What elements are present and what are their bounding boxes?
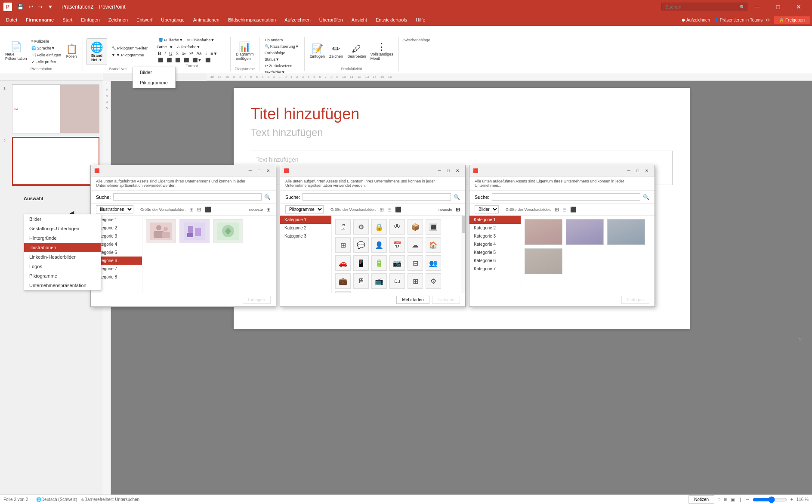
cat3-3[interactable]: Kategorie 3	[469, 232, 521, 240]
popup3-close-btn[interactable]: ✕	[642, 168, 651, 173]
pikt-2[interactable]: ⚙	[353, 219, 369, 235]
popup2-list-btn[interactable]: ⊟	[387, 207, 392, 213]
popup1-item-1[interactable]	[146, 219, 176, 243]
list-btn[interactable]: ≡▼	[210, 51, 219, 56]
popup3-type-select[interactable]: Bilder	[475, 205, 499, 213]
popup2-insert-btn[interactable]: Einfügen	[432, 296, 460, 304]
pikt-8[interactable]: 💬	[353, 237, 369, 253]
pikt-14[interactable]: 📱	[353, 255, 369, 271]
pikt-1[interactable]: 🖨	[335, 219, 351, 235]
diagramm-einfuegen-btn[interactable]: 📊 Diagrammeinfügen	[234, 41, 256, 62]
vollstaendiges-menue-btn[interactable]: ⋮ VollständigesMenü	[369, 41, 395, 62]
aufzeichnen-btn[interactable]: ⏺ Aufzeichnen	[681, 18, 710, 22]
popup1-search-input[interactable]	[113, 193, 262, 201]
cat2-2[interactable]: Kategorie 2	[280, 224, 331, 232]
menu-animationen[interactable]: Animationen	[189, 15, 224, 24]
slide-img-2[interactable]	[12, 137, 99, 186]
pikt-15[interactable]: 🔋	[371, 255, 387, 271]
bearbeiten-btn[interactable]: 🖊 Bearbeiten	[346, 43, 368, 59]
popup3-max-btn[interactable]: □	[634, 168, 642, 173]
save-btn[interactable]: 💾	[15, 3, 25, 11]
pikt-7[interactable]: ⊞	[335, 237, 351, 253]
zoom-level[interactable]: 116 %	[797, 497, 809, 502]
view-normal-btn[interactable]: □	[718, 497, 720, 502]
zoom-plus-btn[interactable]: +	[790, 497, 793, 502]
cat3-6[interactable]: Kategorie 6	[469, 257, 521, 265]
align-left-btn[interactable]: ⬛	[157, 57, 164, 63]
cat3-7[interactable]: Kategorie 7	[469, 265, 521, 273]
brand-dd-bilder[interactable]: Bilder	[133, 67, 175, 77]
cat3-1[interactable]: Kategorie 1	[469, 216, 521, 224]
notes-btn[interactable]: Notizen	[689, 495, 714, 504]
asset-dd-logos[interactable]: Logos	[24, 262, 101, 271]
popup2-close-btn[interactable]: ✕	[453, 168, 462, 173]
pikt-20[interactable]: 🖥	[353, 273, 369, 289]
popup2-grid-btn[interactable]: ⊞	[380, 207, 384, 213]
asset-dd-illustrationen[interactable]: Illustrationen	[24, 243, 101, 252]
pikt-22[interactable]: 🗂	[389, 273, 405, 289]
menu-datei[interactable]: Datei	[2, 15, 22, 24]
popup3-insert-btn[interactable]: Einfügen	[621, 296, 649, 304]
praesentieren-btn[interactable]: 👤 Präsentieren in Teams	[713, 18, 763, 22]
popup3-search-input[interactable]	[492, 193, 640, 201]
slide-title[interactable]: Titel hinzufügen	[234, 88, 690, 123]
popup3-compact-btn[interactable]: ⬛	[570, 207, 577, 213]
menu-firmenname[interactable]: Firmenname	[22, 15, 58, 24]
asset-dd-unternehmen[interactable]: Unternehmenspräsentation	[24, 281, 101, 290]
folie-pruefen-btn[interactable]: ✓ Folie prüfen	[30, 59, 63, 65]
pikt-21[interactable]: 📺	[371, 273, 387, 289]
asset-dd-gestaltungs[interactable]: Gestaltungs-Unterlagen	[24, 224, 101, 233]
slide-subtitle[interactable]: Text hinzufügen	[234, 123, 690, 142]
pikt-5[interactable]: 📦	[408, 219, 423, 235]
font-size-btn[interactable]: Aa	[195, 51, 203, 56]
piktogramm-filter-btn[interactable]: 🔧 Piktogramm-Filter	[110, 45, 149, 51]
accessibility[interactable]: Barrierefreiheit: Untersuchen	[84, 497, 139, 502]
status-btn[interactable]: Status▼	[263, 56, 301, 62]
pikt-6[interactable]: 🔳	[426, 219, 441, 235]
pikt-4[interactable]: 👁	[389, 219, 405, 235]
zoom-minus-btn[interactable]: ─	[746, 497, 749, 502]
sub-btn[interactable]: x₂	[181, 51, 187, 56]
redo-btn[interactable]: ↪	[37, 3, 44, 11]
sprache-btn[interactable]: 🌐 Sprache▼	[30, 45, 63, 51]
menu-entwurf[interactable]: Entwurf	[132, 15, 157, 24]
zoom-slider[interactable]	[753, 496, 787, 503]
popup1-list-view-btn[interactable]: ⊟	[197, 207, 201, 213]
popup3-list-btn[interactable]: ⊟	[562, 207, 567, 213]
pikt-16[interactable]: 📷	[389, 255, 405, 271]
asset-dd-hintergruende[interactable]: Hintergründe	[24, 233, 101, 243]
direction-btn[interactable]: ⬛	[204, 57, 212, 63]
popup2-max-btn[interactable]: □	[445, 168, 452, 173]
popup1-search-btn[interactable]: 🔍	[264, 194, 271, 200]
popup1-compact-view-btn[interactable]: ⬛	[205, 207, 211, 213]
underline-btn[interactable]: U	[168, 51, 173, 56]
popup1-max-btn[interactable]: □	[255, 168, 263, 173]
popup2-type-select[interactable]: Piktogramme	[285, 205, 324, 213]
pikt-12[interactable]: 🏠	[426, 237, 441, 253]
customize-ribbon-btn[interactable]: ⚙	[766, 18, 770, 22]
pikt-24[interactable]: ⚙	[426, 273, 441, 289]
spacing-btn[interactable]: ↕	[204, 51, 209, 56]
slide-img-1[interactable]: Titel	[12, 84, 99, 133]
popup1-newest-btn[interactable]: neueste	[249, 207, 263, 212]
view-grid-btn[interactable]: ⊞	[724, 497, 727, 502]
menu-start[interactable]: Start	[58, 15, 77, 24]
brand-dd-piktogramme[interactable]: Piktogramme	[133, 77, 175, 88]
einfuegen-prod-btn[interactable]: 📝 Einfügen	[308, 43, 327, 59]
pikt-10[interactable]: 📅	[389, 237, 405, 253]
strikethrough-btn[interactable]: S	[174, 51, 180, 56]
menu-ueberpruefen[interactable]: Überprüfen	[315, 15, 347, 24]
pikt-19[interactable]: 💼	[335, 273, 351, 289]
view-reading-btn[interactable]: ▣	[731, 497, 735, 502]
popup1-close-btn[interactable]: ✕	[264, 168, 272, 173]
align-center-btn[interactable]: ⬛	[165, 57, 173, 63]
customize-btn[interactable]: ▼	[46, 3, 55, 11]
zeichen-btn[interactable]: ✏ Zeichen	[327, 43, 345, 59]
cat3-2[interactable]: Kategorie 2	[469, 224, 521, 232]
zuruecksetzen-btn[interactable]: ↩ Zurücksetzen	[263, 63, 301, 69]
pikt-17[interactable]: ⊟	[408, 255, 423, 271]
popup2-search-btn[interactable]: 🔍	[454, 194, 460, 200]
menu-hilfe[interactable]: Hilfe	[411, 15, 429, 24]
close-btn[interactable]: ✕	[789, 0, 809, 14]
brand-net-btn[interactable]: 🌐 BrandNet ▼	[86, 38, 107, 65]
